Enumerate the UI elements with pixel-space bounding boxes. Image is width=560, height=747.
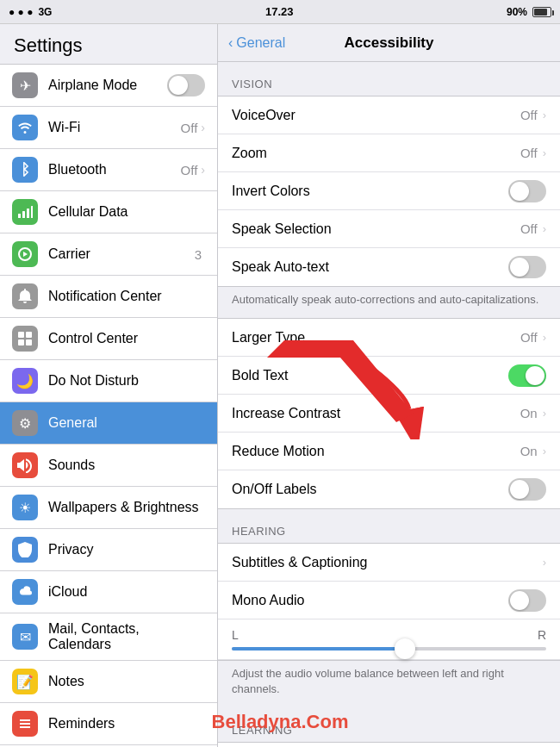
svg-rect-2 [27, 209, 29, 218]
increasecontrast-label: Increase Contrast [232, 406, 520, 421]
sidebar-item-mail[interactable]: ✉ Mail, Contacts, Calendars [0, 613, 217, 661]
sidebar-item-cellular[interactable]: Cellular Data [0, 191, 217, 233]
status-right: 90% [507, 6, 551, 18]
speakautotext-toggle[interactable] [508, 256, 546, 278]
reducemotion-label: Reduce Motion [232, 444, 520, 459]
sidebar-item-label: Sounds [48, 458, 205, 473]
sidebar: Settings ✈ Airplane Mode Wi-Fi Off › ᛒ B… [0, 24, 218, 747]
sidebar-item-bluetooth[interactable]: ᛒ Bluetooth Off › [0, 149, 217, 191]
voiceover-value: Off [520, 108, 538, 122]
donotdisturb-icon: 🌙 [12, 368, 38, 394]
onofflabels-row[interactable]: On/Off Labels [218, 470, 560, 508]
speakautotext-label: Speak Auto-text [232, 259, 508, 275]
signal-icon: ● ● ● [9, 6, 33, 18]
reducemotion-row[interactable]: Reduce Motion On › [218, 433, 560, 470]
chevron-icon: › [543, 109, 546, 121]
vision-section-2: Larger Type Off › Bold Text Increase Con… [218, 318, 560, 509]
monoaudio-row[interactable]: Mono Audio [218, 582, 560, 619]
cellular-icon [12, 199, 38, 225]
control-icon [12, 326, 38, 352]
chevron-icon: › [201, 163, 205, 177]
speakselection-label: Speak Selection [232, 221, 520, 237]
sidebar-item-notes[interactable]: 📝 Notes [0, 661, 217, 703]
slider-track[interactable] [232, 647, 546, 651]
chevron-icon: › [201, 121, 205, 134]
boldtext-row[interactable]: Bold Text [218, 357, 560, 395]
subtitles-row[interactable]: Subtitles & Captioning › [218, 544, 560, 582]
chevron-icon: › [543, 556, 546, 569]
chevron-icon: › [543, 445, 546, 458]
speakselection-value: Off [520, 221, 538, 236]
reminders-icon [12, 711, 38, 737]
sidebar-item-general[interactable]: ⚙ General [0, 402, 217, 445]
mail-icon: ✉ [12, 624, 38, 650]
carrier-label: 3G [38, 6, 52, 18]
wallpaper-icon: ☀ [12, 495, 38, 520]
wifi-icon [12, 115, 38, 140]
sidebar-item-wallpaper[interactable]: ☀ Wallpapers & Brightness [0, 487, 217, 529]
bluetooth-value: Off [181, 163, 198, 177]
sidebar-item-label: Airplane Mode [48, 78, 167, 93]
sidebar-item-icloud[interactable]: iCloud [0, 571, 217, 613]
sidebar-item-privacy[interactable]: Privacy [0, 529, 217, 571]
invertcolors-row[interactable]: Invert Colors [218, 172, 560, 210]
sidebar-item-label: Notes [48, 674, 205, 689]
sidebar-item-airplane[interactable]: ✈ Airplane Mode [0, 65, 217, 107]
sidebar-item-donotdisturb[interactable]: 🌙 Do Not Disturb [0, 360, 217, 402]
back-button[interactable]: ‹ General [228, 35, 285, 51]
svg-rect-4 [18, 332, 24, 338]
onofflabels-label: On/Off Labels [232, 482, 508, 497]
zoom-row[interactable]: Zoom Off › [218, 134, 560, 172]
battery-tip [552, 10, 554, 16]
largertype-row[interactable]: Larger Type Off › [218, 319, 560, 357]
chevron-icon: › [543, 146, 546, 159]
sidebar-item-wifi[interactable]: Wi-Fi Off › [0, 107, 217, 149]
status-left: ● ● ● 3G [9, 6, 52, 18]
vision-group: VoiceOver Off › Zoom Off › Invert Colors [218, 96, 560, 287]
speakselection-row[interactable]: Speak Selection Off › [218, 210, 560, 248]
airplane-toggle[interactable] [167, 74, 205, 96]
app-container: Settings ✈ Airplane Mode Wi-Fi Off › ᛒ B… [0, 24, 560, 747]
svg-rect-1 [22, 211, 25, 218]
privacy-icon [12, 537, 38, 563]
wifi-value: Off [181, 121, 198, 135]
hearing-group: Subtitles & Captioning › Mono Audio L R [218, 543, 560, 661]
invertcolors-toggle[interactable] [508, 180, 546, 202]
notification-icon [12, 283, 38, 309]
back-label: General [236, 35, 285, 51]
sidebar-item-label: Notification Center [48, 289, 205, 304]
learning-header: LEARNING [218, 708, 560, 742]
sidebar-item-notification[interactable]: Notification Center [0, 276, 217, 318]
onofflabels-toggle[interactable] [508, 478, 546, 501]
guidedaccess-row[interactable]: Guided Access Off › [218, 743, 560, 747]
bluetooth-icon: ᛒ [12, 157, 38, 183]
invertcolors-label: Invert Colors [232, 184, 508, 199]
reducemotion-value: On [520, 444, 538, 458]
voiceover-label: VoiceOver [232, 108, 520, 123]
sidebar-item-control[interactable]: Control Center [0, 318, 217, 360]
svg-rect-6 [18, 339, 24, 345]
notes-icon: 📝 [12, 669, 38, 694]
status-time: 17.23 [265, 5, 294, 18]
chevron-icon: › [543, 222, 546, 235]
speakautotext-row[interactable]: Speak Auto-text [218, 248, 560, 286]
slider-thumb[interactable] [395, 638, 415, 659]
svg-rect-7 [26, 339, 32, 345]
monoaudio-toggle[interactable] [508, 589, 546, 612]
battery-icon [532, 7, 551, 17]
icloud-icon [12, 579, 38, 605]
increasecontrast-value: On [520, 406, 538, 420]
sidebar-item-carrier[interactable]: Carrier 3 [0, 233, 217, 276]
sidebar-item-label: Cellular Data [48, 204, 205, 220]
voiceover-row[interactable]: VoiceOver Off › [218, 96, 560, 134]
zoom-label: Zoom [232, 146, 520, 161]
increasecontrast-row[interactable]: Increase Contrast On › [218, 395, 560, 433]
back-chevron-icon: ‹ [228, 35, 233, 51]
sidebar-item-sounds[interactable]: Sounds [0, 445, 217, 487]
boldtext-toggle[interactable] [508, 364, 546, 387]
sidebar-item-label: General [48, 415, 205, 431]
boldtext-label: Bold Text [232, 368, 508, 383]
sidebar-item-reminders[interactable]: Reminders [0, 703, 217, 745]
vision-footer: Automatically speak auto-corrections and… [218, 287, 560, 318]
slider-fill [232, 647, 405, 651]
